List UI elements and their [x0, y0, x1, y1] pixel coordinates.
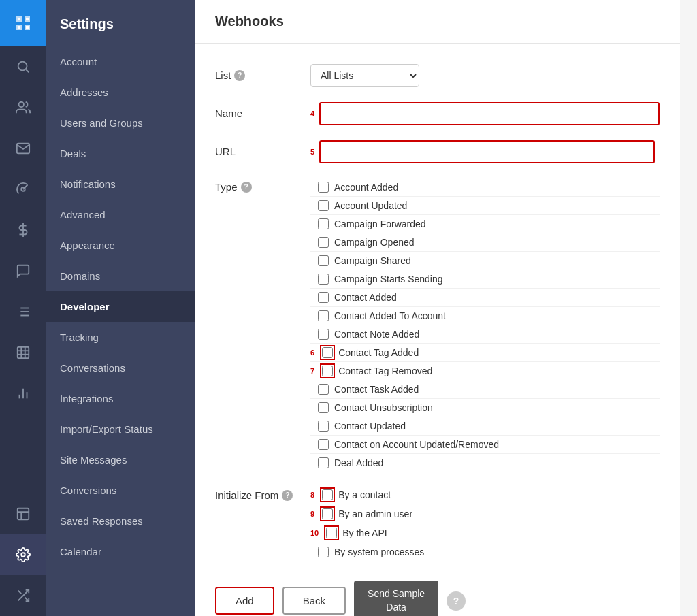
list-select[interactable]: All Lists [310, 64, 419, 87]
sidebar-item-notifications[interactable]: Notifications [46, 169, 195, 199]
type-checkbox[interactable] [318, 310, 329, 321]
sidebar-item-conversions[interactable]: Conversions [46, 475, 195, 506]
init-checkbox[interactable] [318, 547, 329, 557]
type-label-text: Campaign Forwarded [334, 218, 426, 229]
sidebar-item-domains[interactable]: Domains [46, 261, 195, 291]
back-button[interactable]: Back [282, 587, 346, 615]
init-checkbox[interactable] [322, 489, 333, 500]
init-help-icon[interactable]: ? [282, 490, 293, 501]
url-input[interactable] [319, 140, 655, 163]
type-checkbox[interactable] [318, 218, 329, 229]
init-list: 8By a contact9By an admin user10By the A… [310, 487, 660, 560]
sidebar-item-calendar[interactable]: Calendar [46, 536, 195, 567]
nav-conversations[interactable] [0, 250, 46, 291]
type-label-text: Account Updated [334, 200, 407, 211]
type-label-text: Campaign Shared [334, 255, 411, 266]
sidebar-item-saved-responses[interactable]: Saved Responses [46, 506, 195, 536]
sidebar-item-users-groups[interactable]: Users and Groups [46, 108, 195, 138]
nav-analytics[interactable] [0, 373, 46, 414]
svg-point-0 [18, 62, 27, 71]
sidebar-item-conversations[interactable]: Conversations [46, 353, 195, 383]
init-label: Initialize From ? [215, 487, 310, 501]
sidebar-item-import-export[interactable]: Import/Export Status [46, 414, 195, 444]
sidebar-item-tracking[interactable]: Tracking [46, 322, 195, 353]
type-checkbox[interactable] [318, 182, 329, 193]
type-item: 7Contact Tag Removed [310, 362, 660, 380]
type-checkbox[interactable] [318, 402, 329, 413]
type-item: 6Contact Tag Added [310, 344, 660, 362]
page-title: Webhooks [215, 14, 660, 29]
type-list: Account AddedAccount UpdatedCampaign For… [310, 178, 660, 472]
type-checkbox[interactable] [318, 200, 329, 211]
sidebar-item-appearance[interactable]: Appearance [46, 230, 195, 261]
name-input[interactable] [319, 102, 660, 125]
nav-settings[interactable] [0, 534, 46, 575]
init-checkbox[interactable] [326, 528, 337, 538]
type-checkbox[interactable] [318, 384, 329, 395]
type-checkbox[interactable] [318, 421, 329, 432]
nav-reports[interactable] [0, 332, 46, 373]
init-label-text: By the API [342, 528, 387, 538]
url-num: 5 [310, 148, 314, 156]
type-checkbox[interactable] [318, 292, 329, 303]
init-checkbox[interactable] [322, 508, 333, 519]
page-header: Webhooks [195, 0, 680, 44]
send-sample-help-icon[interactable]: ? [447, 591, 466, 611]
type-item: Deal Added [310, 454, 660, 472]
name-row: Name 4 [215, 102, 660, 125]
sidebar-item-deals[interactable]: Deals [46, 138, 195, 169]
nav-campaigns[interactable] [0, 128, 46, 169]
sidebar: Settings AccountAddressesUsers and Group… [46, 0, 195, 616]
nav-lists[interactable] [0, 291, 46, 332]
nav-automation[interactable] [0, 169, 46, 210]
nav-search[interactable] [0, 46, 46, 87]
name-num: 4 [310, 110, 314, 118]
url-field: 5 [310, 140, 660, 163]
webhooks-form: List ? All Lists Name 4 [195, 44, 680, 616]
type-label-text: Contact Added To Account [334, 310, 446, 321]
nav-shuffle[interactable] [0, 575, 46, 616]
type-checkbox[interactable] [318, 255, 329, 266]
type-help-icon[interactable]: ? [241, 182, 252, 193]
type-label-text: Account Added [334, 182, 398, 193]
init-item: 10By the API [310, 525, 660, 541]
url-label: URL [215, 140, 310, 157]
type-item: Contact Note Added [310, 325, 660, 344]
list-label: List ? [215, 64, 310, 81]
app-logo[interactable] [0, 0, 46, 46]
init-row: Initialize From ? 8By a contact9By an ad… [215, 487, 660, 560]
sidebar-item-site-messages[interactable]: Site Messages [46, 444, 195, 475]
svg-rect-18 [18, 508, 29, 520]
nav-deals[interactable] [0, 210, 46, 250]
type-checkbox[interactable] [318, 329, 329, 340]
type-checkbox[interactable] [318, 237, 329, 248]
send-sample-button[interactable]: Send SampleData [354, 581, 438, 616]
sidebar-item-addresses[interactable]: Addresses [46, 77, 195, 108]
type-item: Contact Updated [310, 417, 660, 436]
nav-pages[interactable] [0, 493, 46, 534]
svg-point-1 [19, 102, 24, 107]
type-label-text: Deal Added [334, 457, 383, 468]
type-checkbox[interactable] [318, 457, 329, 468]
type-checkbox[interactable] [318, 439, 329, 450]
type-checkbox[interactable] [322, 366, 333, 376]
add-button[interactable]: Add [215, 587, 274, 615]
nav-contacts[interactable] [0, 87, 46, 128]
init-label-text: By an admin user [338, 508, 412, 519]
type-item: Contact Added [310, 289, 660, 307]
sidebar-item-advanced[interactable]: Advanced [46, 199, 195, 230]
sidebar-item-integrations[interactable]: Integrations [46, 383, 195, 414]
type-item: Account Updated [310, 197, 660, 215]
type-item: Contact Task Added [310, 380, 660, 399]
list-help-icon[interactable]: ? [234, 70, 245, 81]
svg-line-22 [18, 591, 22, 594]
list-row: List ? All Lists [215, 64, 660, 87]
type-label-text: Campaign Starts Sending [334, 274, 443, 285]
type-item: Campaign Opened [310, 233, 660, 252]
sidebar-item-developer[interactable]: Developer [46, 291, 195, 322]
type-checkbox[interactable] [318, 274, 329, 285]
sidebar-item-account[interactable]: Account [46, 46, 195, 77]
type-checkbox[interactable] [322, 347, 333, 358]
type-item: Account Added [310, 178, 660, 197]
init-item: By system processes [310, 544, 660, 560]
